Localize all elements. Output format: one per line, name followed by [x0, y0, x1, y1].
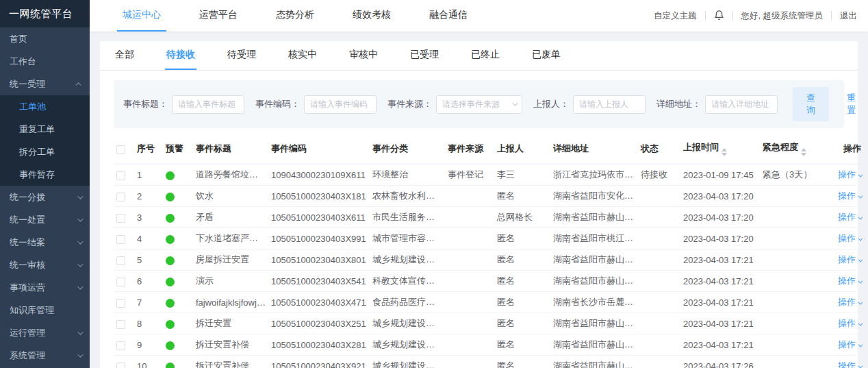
- reporter-input[interactable]: [573, 95, 646, 114]
- event-title-input[interactable]: [172, 95, 244, 114]
- tab-all[interactable]: 全部: [114, 41, 136, 70]
- cell-reporter: 匿名: [494, 271, 550, 292]
- cell-code: 105051000230403X471: [268, 292, 370, 313]
- sidebar-item-system-management[interactable]: 系统管理: [0, 344, 90, 367]
- row-checkbox[interactable]: [116, 235, 125, 244]
- topnav-operation-platform[interactable]: 运营平台: [194, 0, 243, 32]
- tab-reviewing[interactable]: 审核中: [348, 41, 379, 70]
- row-action-dropdown[interactable]: 操作: [838, 297, 861, 307]
- topnav-city-operation-center[interactable]: 城运中心: [117, 0, 166, 32]
- cell-category: 城乡规划建设及房...: [370, 249, 445, 271]
- status-tabs: 全部 待接收 待受理 核实中 审核中 已受理 已终止 已废单: [100, 41, 858, 71]
- chevron-down-icon: [858, 300, 863, 305]
- row-checkbox[interactable]: [116, 299, 125, 308]
- cell-address: 浙江省克拉玛依市大悟县: [550, 164, 638, 186]
- cell-source: [445, 271, 494, 292]
- row-action-dropdown[interactable]: 操作: [838, 169, 861, 180]
- sort-time-icon[interactable]: [722, 148, 727, 156]
- sidebar-item-duplicate-orders[interactable]: 重复工单: [0, 118, 90, 140]
- row-action-dropdown[interactable]: 操作: [838, 233, 861, 243]
- tab-to-receive[interactable]: 待接收: [165, 41, 196, 70]
- cell-time: 2023-04-03 17:21: [680, 249, 760, 271]
- bell-icon[interactable]: [714, 10, 724, 23]
- cell-source: [445, 186, 494, 207]
- row-action-dropdown[interactable]: 操作: [838, 191, 861, 201]
- cell-title: 矛盾: [193, 207, 268, 228]
- custom-theme-link[interactable]: 自定义主题: [654, 10, 697, 22]
- sidebar-item-home[interactable]: 首页: [0, 27, 90, 50]
- sidebar-item-split-orders[interactable]: 拆分工单: [0, 140, 90, 163]
- row-checkbox[interactable]: [116, 193, 125, 201]
- cell-reporter: 总网格长: [494, 207, 550, 228]
- row-action-dropdown[interactable]: 操作: [838, 360, 861, 368]
- col-header-code: 事件编码: [268, 134, 370, 164]
- col-header-address: 详细地址: [550, 134, 638, 164]
- cell-time: 2023-04-03 17:26: [680, 356, 760, 368]
- chevron-down-icon: [77, 284, 83, 289]
- topnav-integrated-communication[interactable]: 融合通信: [424, 0, 473, 32]
- cell-category: 科教文体宣传类-科...: [370, 271, 445, 292]
- warning-dot-icon: [166, 235, 175, 244]
- cell-title: 道路旁餐馆垃圾随意...: [193, 164, 268, 186]
- sidebar-item-matter-operation[interactable]: 事项运营: [0, 276, 90, 299]
- cell-source: [445, 356, 494, 368]
- row-action-dropdown[interactable]: 操作: [838, 318, 861, 328]
- cell-source: 事件登记: [445, 164, 494, 186]
- cell-category: 城乡规划建设及房...: [370, 313, 445, 334]
- table-row: 2 饮水 105051000230403X181 农林畜牧水利类-防... 匿名…: [114, 186, 863, 207]
- row-action-dropdown[interactable]: 操作: [838, 339, 861, 349]
- tab-voided[interactable]: 已废单: [531, 41, 562, 70]
- topnav-situation-analysis[interactable]: 态势分析: [270, 0, 320, 32]
- sort-urgency-icon[interactable]: [801, 148, 806, 156]
- row-checkbox[interactable]: [116, 320, 125, 329]
- sidebar-item-work-order-pool[interactable]: 工单池: [0, 95, 90, 118]
- row-checkbox[interactable]: [116, 214, 125, 223]
- cell-title: 拆迁安置补偿: [193, 356, 268, 368]
- row-action-dropdown[interactable]: 操作: [838, 275, 861, 286]
- sidebar-item-unified-dispatch[interactable]: 统一分拨: [0, 186, 90, 208]
- cell-reporter: 匿名: [494, 356, 550, 368]
- event-source-select[interactable]: 请选择事件来源: [436, 95, 522, 114]
- col-header-reporter: 上报人: [494, 134, 550, 164]
- chevron-down-icon: [858, 258, 863, 262]
- cell-status: [638, 186, 680, 207]
- sidebar-item-knowledge-base[interactable]: 知识库管理: [0, 299, 90, 321]
- query-button[interactable]: 查询: [793, 87, 829, 121]
- row-checkbox[interactable]: [116, 363, 125, 368]
- topnav-performance-assessment[interactable]: 绩效考核: [347, 0, 396, 32]
- logout-link[interactable]: 退出: [840, 10, 857, 22]
- cell-time: 2023-04-03 17:21: [680, 271, 760, 292]
- cell-status: [638, 207, 680, 228]
- cell-source: [445, 249, 494, 271]
- event-code-input[interactable]: [304, 95, 376, 114]
- cell-address: 湖南省益阳市赫山区赫...: [550, 271, 638, 292]
- tab-to-accept[interactable]: 待受理: [226, 41, 257, 70]
- tab-terminated[interactable]: 已终止: [470, 41, 501, 70]
- row-action-dropdown[interactable]: 操作: [838, 212, 861, 222]
- row-checkbox[interactable]: [116, 256, 125, 265]
- cell-code: 105051000230403X611: [268, 207, 370, 228]
- sidebar-item-unified-acceptance[interactable]: 统一受理: [0, 73, 90, 95]
- cell-status: [638, 356, 680, 368]
- sidebar-item-operation-management[interactable]: 运行管理: [0, 321, 90, 344]
- sidebar-item-unified-review[interactable]: 统一审核: [0, 254, 90, 276]
- cell-time: 2023-01-09 17:45: [680, 164, 760, 186]
- sidebar-item-event-draft[interactable]: 事件暂存: [0, 163, 90, 186]
- row-checkbox[interactable]: [116, 278, 125, 286]
- address-input[interactable]: [705, 95, 778, 114]
- row-checkbox[interactable]: [116, 341, 125, 350]
- row-action-dropdown[interactable]: 操作: [838, 254, 861, 265]
- cell-code: 105051000230403X281: [268, 334, 370, 356]
- table-row: 9 拆迁安置补偿 105051000230403X281 城乡规划建设及房...…: [114, 334, 863, 356]
- sidebar-item-unified-handling[interactable]: 统一处置: [0, 208, 90, 231]
- sidebar-item-unified-closing[interactable]: 统一结案: [0, 231, 90, 254]
- tab-accepted[interactable]: 已受理: [409, 41, 440, 70]
- select-all-checkbox[interactable]: [116, 145, 125, 154]
- cell-category: 食品药品医疗安全...: [370, 292, 445, 313]
- cell-time: 2023-04-03 17:20: [680, 186, 760, 207]
- reset-button[interactable]: 重置: [847, 92, 856, 116]
- row-checkbox[interactable]: [116, 171, 125, 180]
- tab-verifying[interactable]: 核实中: [287, 41, 318, 70]
- sidebar-item-workbench[interactable]: 工作台: [0, 50, 90, 73]
- chevron-down-icon: [858, 343, 863, 347]
